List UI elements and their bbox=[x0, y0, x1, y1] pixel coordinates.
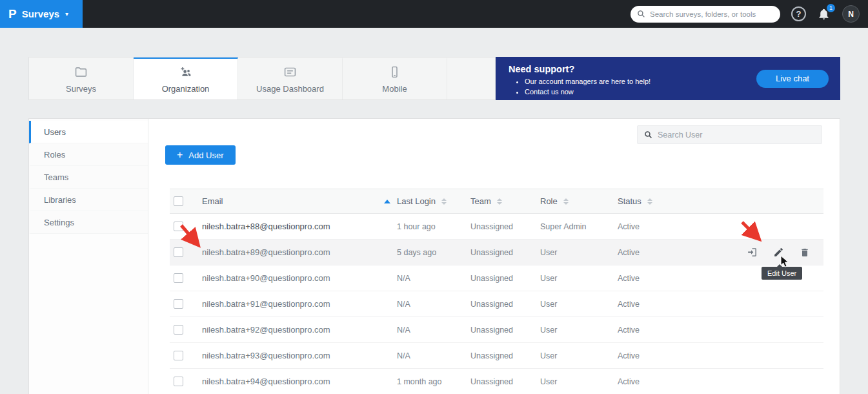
last-login-cell: N/A bbox=[397, 300, 470, 309]
role-cell: User bbox=[540, 274, 618, 283]
row-checkbox[interactable] bbox=[174, 325, 183, 335]
user-email-link[interactable]: nilesh.batra+94@questionpro.com bbox=[202, 377, 397, 386]
add-group-icon bbox=[179, 65, 192, 81]
status-cell: Active bbox=[618, 377, 682, 386]
checkbox-cell bbox=[170, 273, 202, 283]
table-row: nilesh.batra+94@questionpro.com 1 month … bbox=[170, 369, 823, 394]
login-as-user-icon[interactable] bbox=[746, 247, 758, 258]
user-email-link[interactable]: nilesh.batra+88@questionpro.com bbox=[202, 222, 397, 231]
checkbox-cell bbox=[170, 325, 202, 335]
last-login-header-label[interactable]: Last Login bbox=[397, 196, 436, 206]
user-email-link[interactable]: nilesh.batra+91@questionpro.com bbox=[202, 299, 397, 309]
live-chat-button[interactable]: Live chat bbox=[756, 70, 829, 88]
role-cell: User bbox=[540, 326, 618, 335]
team-header-label[interactable]: Team bbox=[470, 196, 491, 206]
row-checkbox[interactable] bbox=[174, 377, 183, 386]
delete-user-icon[interactable] bbox=[799, 247, 811, 258]
sidebar-item-settings[interactable]: Settings bbox=[29, 211, 148, 234]
table-row: nilesh.batra+93@questionpro.com N/A Unas… bbox=[170, 343, 823, 369]
tab-label: Organization bbox=[162, 84, 210, 94]
user-email-link[interactable]: nilesh.batra+89@questionpro.com bbox=[202, 247, 397, 257]
sidebar-item-label: Settings bbox=[44, 218, 74, 227]
sort-icon[interactable] bbox=[563, 198, 569, 205]
team-cell: Unassigned bbox=[470, 377, 540, 386]
tabstrip-filler bbox=[447, 57, 495, 99]
sidebar-item-label: Teams bbox=[44, 172, 68, 182]
sort-ascending-icon[interactable] bbox=[384, 200, 390, 203]
tab-usage-dashboard[interactable]: Usage Dashboard bbox=[238, 57, 343, 99]
avatar[interactable]: N bbox=[842, 5, 860, 23]
global-search-input[interactable] bbox=[650, 10, 774, 18]
checkbox-cell bbox=[170, 377, 202, 386]
topbar-right: ? 1 N bbox=[631, 5, 868, 23]
role-cell: User bbox=[540, 377, 618, 386]
folder-icon bbox=[74, 65, 88, 81]
role-cell: User bbox=[540, 300, 618, 309]
tab-mobile[interactable]: Mobile bbox=[343, 57, 447, 99]
edit-user-icon[interactable] bbox=[772, 247, 784, 258]
sidebar-item-users[interactable]: Users bbox=[29, 121, 148, 143]
user-email-link[interactable]: nilesh.batra+90@questionpro.com bbox=[202, 273, 397, 283]
checkbox-cell bbox=[170, 222, 202, 231]
table-row: nilesh.batra+88@questionpro.com 1 hour a… bbox=[170, 214, 823, 240]
row-checkbox[interactable] bbox=[174, 351, 183, 360]
status-cell: Active bbox=[618, 248, 682, 257]
header-checkbox-cell bbox=[170, 196, 202, 206]
sidebar-item-label: Users bbox=[44, 127, 66, 137]
tab-surveys[interactable]: Surveys bbox=[29, 57, 134, 99]
status-header: Status bbox=[618, 196, 682, 206]
role-header: Role bbox=[540, 196, 618, 206]
sort-icon[interactable] bbox=[647, 198, 652, 205]
organization-users-card: Users Roles Teams Libraries Settings + A… bbox=[28, 118, 840, 394]
table-row: nilesh.batra+91@questionpro.com N/A Unas… bbox=[170, 291, 823, 317]
tab-organization[interactable]: Organization bbox=[134, 57, 238, 99]
role-cell: Super Admin bbox=[540, 222, 618, 231]
help-icon: ? bbox=[796, 9, 802, 19]
team-cell: Unassigned bbox=[470, 300, 540, 309]
tab-label: Mobile bbox=[382, 84, 407, 94]
chevron-down-icon: ▾ bbox=[65, 10, 68, 17]
status-cell: Active bbox=[618, 351, 682, 360]
table-row: nilesh.batra+92@questionpro.com N/A Unas… bbox=[170, 317, 823, 343]
support-panel: Need support? Our account managers are h… bbox=[496, 57, 840, 100]
checkbox-cell bbox=[170, 247, 202, 257]
sidebar-item-roles[interactable]: Roles bbox=[29, 143, 148, 166]
user-email-link[interactable]: nilesh.batra+92@questionpro.com bbox=[202, 325, 397, 335]
team-cell: Unassigned bbox=[470, 351, 540, 360]
support-bullet[interactable]: Contact us now bbox=[525, 87, 829, 98]
status-cell: Active bbox=[618, 222, 682, 231]
row-checkbox[interactable] bbox=[174, 247, 183, 257]
sort-icon[interactable] bbox=[441, 198, 447, 205]
product-switcher[interactable]: P Surveys ▾ bbox=[0, 0, 83, 28]
role-header-label[interactable]: Role bbox=[540, 196, 558, 206]
notifications-button[interactable]: 1 bbox=[817, 7, 831, 21]
sidebar-item-libraries[interactable]: Libraries bbox=[29, 189, 148, 211]
users-table: Email Last Login Team Role Status bbox=[170, 189, 823, 394]
plus-icon: + bbox=[177, 150, 183, 160]
help-button[interactable]: ? bbox=[791, 6, 806, 21]
user-email-link[interactable]: nilesh.batra+93@questionpro.com bbox=[202, 351, 397, 360]
status-cell: Active bbox=[618, 300, 682, 309]
tab-band: Surveys Organization Usage Dashboard Mob… bbox=[28, 57, 840, 100]
role-cell: User bbox=[540, 248, 618, 257]
sidebar-item-teams[interactable]: Teams bbox=[29, 166, 148, 189]
select-all-checkbox[interactable] bbox=[174, 196, 183, 206]
checkbox-cell bbox=[170, 299, 202, 309]
email-header-label[interactable]: Email bbox=[202, 196, 223, 206]
questionpro-logo: P bbox=[8, 8, 17, 20]
last-login-cell: N/A bbox=[397, 326, 470, 335]
row-checkbox[interactable] bbox=[174, 222, 183, 231]
global-search bbox=[631, 6, 780, 23]
search-icon bbox=[644, 130, 652, 139]
add-user-button[interactable]: + Add User bbox=[165, 145, 236, 165]
status-cell: Active bbox=[618, 326, 682, 335]
sidebar-item-label: Roles bbox=[44, 150, 65, 160]
table-header: Email Last Login Team Role Status bbox=[170, 189, 823, 214]
row-actions bbox=[682, 247, 823, 258]
status-header-label[interactable]: Status bbox=[618, 196, 641, 206]
users-content: + Add User Email Last Login Team bbox=[148, 119, 840, 394]
row-checkbox[interactable] bbox=[174, 273, 183, 283]
sort-icon[interactable] bbox=[497, 198, 502, 205]
row-checkbox[interactable] bbox=[174, 299, 183, 309]
search-user-input[interactable] bbox=[658, 130, 815, 140]
